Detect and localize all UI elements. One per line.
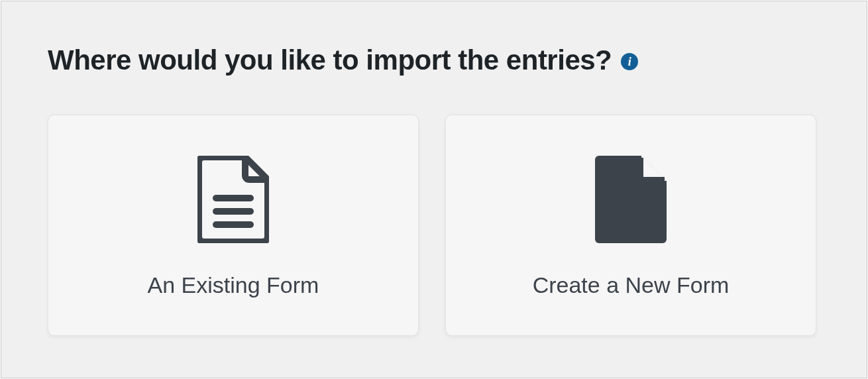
page-title: Where would you like to import the entri… — [48, 44, 612, 76]
document-lines-icon — [197, 153, 269, 246]
option-cards: An Existing Form Create a — [48, 115, 820, 336]
option-new-form[interactable]: Create a New Form — [445, 115, 816, 336]
option-new-form-label: Create a New Form — [533, 272, 730, 298]
option-existing-form-label: An Existing Form — [148, 272, 319, 298]
import-destination-panel: Where would you like to import the entri… — [1, 1, 867, 378]
document-blank-icon — [595, 153, 667, 246]
heading-row: Where would you like to import the entri… — [48, 44, 820, 76]
option-existing-form[interactable]: An Existing Form — [48, 115, 419, 336]
info-icon[interactable]: i — [621, 53, 638, 70]
